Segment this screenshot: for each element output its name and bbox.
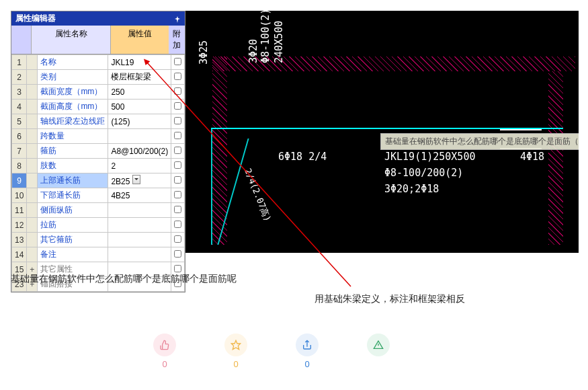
property-value[interactable]: JKL19 [108, 55, 171, 70]
property-value[interactable]: 2 [108, 159, 171, 173]
cad-label: 3Φ20;2Φ18 [384, 183, 439, 195]
property-value[interactable] [108, 247, 171, 262]
property-name: 拉筋 [38, 218, 108, 233]
expand-icon [27, 114, 38, 129]
property-row[interactable]: 4截面高度（mm）500 [12, 100, 185, 114]
star-count: 0 [233, 359, 238, 369]
row-number: 6 [12, 129, 27, 144]
expand-icon [27, 100, 38, 114]
row-number: 3 [12, 85, 27, 100]
cad-label: JKL19(1)250X500 [384, 151, 475, 163]
property-value[interactable] [108, 233, 171, 247]
property-value[interactable]: 楼层框架梁 [108, 70, 171, 85]
like-count: 0 [162, 359, 167, 369]
cad-label: 3Φ25 [198, 40, 210, 65]
question-text-2: 用基础朱梁定义，标注和框架梁相反 [314, 293, 465, 305]
property-row[interactable]: 9上部通长筋2B25 [12, 173, 185, 188]
property-row[interactable]: 5轴线距梁左边线距(125) [12, 114, 185, 129]
row-number: 14 [12, 247, 27, 262]
property-row[interactable]: 8肢数2 [12, 159, 185, 173]
property-name: 上部通长筋 [38, 173, 108, 188]
cad-label: Φ8-100/200(2) [384, 167, 463, 179]
property-value[interactable] [108, 129, 171, 144]
property-row[interactable]: 11侧面纵筋 [12, 203, 185, 218]
expand-icon [27, 70, 38, 85]
question-text-1: 基础量在钢筋软件中怎么配筋哪个是底筋哪个是面筋呢 [11, 273, 237, 285]
expand-icon [27, 233, 38, 247]
property-row[interactable]: 6跨数量 [12, 129, 185, 144]
row-number: 9 [12, 173, 27, 188]
header-attach: 附加 [169, 26, 185, 54]
property-value[interactable]: 250 [108, 85, 171, 100]
expand-icon [27, 218, 38, 233]
property-value[interactable] [108, 203, 171, 218]
attach-checkbox[interactable] [171, 173, 185, 188]
cad-label: 4Φ18 [520, 151, 544, 163]
expand-icon [27, 188, 38, 203]
attach-checkbox[interactable] [171, 70, 185, 85]
panel-title-bar: 属性编辑器 [11, 11, 185, 26]
expand-icon [27, 55, 38, 70]
property-header-row: 属性名称 属性值 附加 [11, 26, 185, 54]
row-number: 10 [12, 188, 27, 203]
cad-viewport[interactable]: 3Φ25 3Φ20 Φ8-100(2) 240X500 6Φ18 2/4 2/4… [185, 11, 579, 253]
property-row[interactable]: 3截面宽度（mm）250 [12, 85, 185, 100]
pin-icon[interactable] [174, 15, 181, 22]
property-name: 跨数量 [38, 129, 108, 144]
property-name: 截面高度（mm） [38, 100, 108, 114]
report-button[interactable] [367, 334, 390, 369]
expand-icon [27, 247, 38, 262]
attach-checkbox[interactable] [171, 159, 185, 173]
like-button[interactable]: 0 [153, 334, 176, 369]
property-name: 肢数 [38, 159, 108, 173]
attach-checkbox[interactable] [171, 85, 185, 100]
expand-icon [27, 144, 38, 159]
row-number: 4 [12, 100, 27, 114]
warning-icon [367, 334, 390, 356]
attach-checkbox[interactable] [171, 55, 185, 70]
property-row[interactable]: 2类别楼层框架梁 [12, 70, 185, 85]
attach-checkbox[interactable] [171, 218, 185, 233]
property-value[interactable]: A8@100/200(2) [108, 144, 171, 159]
share-button[interactable]: 0 [296, 334, 319, 369]
thumbs-up-icon [153, 334, 176, 356]
attach-checkbox[interactable] [171, 188, 185, 203]
property-name: 侧面纵筋 [38, 203, 108, 218]
property-name: 名称 [38, 55, 108, 70]
cad-label: 3Φ20 [247, 39, 259, 63]
attach-checkbox[interactable] [171, 233, 185, 247]
row-number: 8 [12, 159, 27, 173]
property-value[interactable]: 500 [108, 100, 171, 114]
property-value[interactable]: 4B25 [108, 188, 171, 203]
panel-title: 属性编辑器 [15, 13, 56, 24]
row-number: 7 [12, 144, 27, 159]
row-number: 12 [12, 218, 27, 233]
expand-icon [27, 85, 38, 100]
star-button[interactable]: 0 [224, 334, 247, 369]
property-row[interactable]: 7箍筋A8@100/200(2) [12, 144, 185, 159]
svg-marker-1 [231, 340, 240, 349]
property-name: 下部通长筋 [38, 188, 108, 203]
expand-icon [27, 203, 38, 218]
attach-checkbox[interactable] [171, 129, 185, 144]
expand-icon [27, 129, 38, 144]
property-value[interactable] [108, 218, 171, 233]
property-row[interactable]: 14备注 [12, 247, 185, 262]
attach-checkbox[interactable] [171, 203, 185, 218]
attach-checkbox[interactable] [171, 114, 185, 129]
reaction-bar: 0 0 0 [153, 334, 390, 369]
property-row[interactable]: 12拉筋 [12, 218, 185, 233]
property-value[interactable]: (125) [108, 114, 171, 129]
attach-checkbox[interactable] [171, 144, 185, 159]
property-row[interactable]: 1名称JKL19 [12, 55, 185, 70]
dropdown-icon[interactable] [132, 175, 140, 184]
attach-checkbox[interactable] [171, 100, 185, 114]
row-number: 5 [12, 114, 27, 129]
property-row[interactable]: 10下部通长筋4B25 [12, 188, 185, 203]
property-name: 其它箍筋 [38, 233, 108, 247]
property-row[interactable]: 13其它箍筋 [12, 233, 185, 247]
property-name: 备注 [38, 247, 108, 262]
property-table: 1名称JKL192类别楼层框架梁3截面宽度（mm）2504截面高度（mm）500… [11, 54, 185, 292]
attach-checkbox[interactable] [171, 247, 185, 262]
property-value[interactable]: 2B25 [108, 173, 171, 188]
